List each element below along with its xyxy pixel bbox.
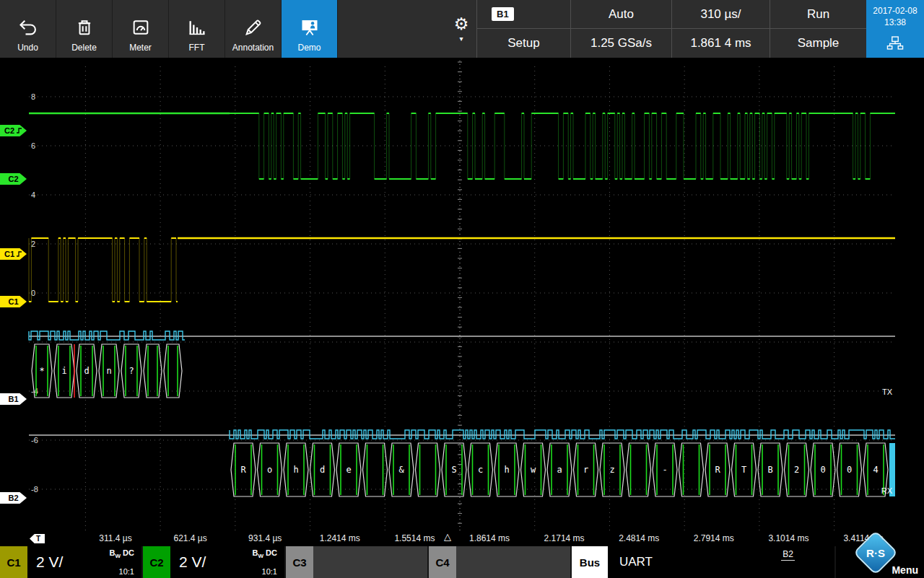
trigger-position-flag[interactable]: T (30, 534, 45, 543)
bus-b1-cell[interactable]: B1 (476, 0, 570, 29)
svg-text:T: T (741, 465, 746, 475)
c2-label: C2 (143, 546, 170, 578)
trigger-flag-label: T (36, 535, 40, 543)
c4-label: C4 (429, 546, 456, 578)
svg-text:*: * (39, 366, 44, 376)
fft-button[interactable]: FFT (169, 0, 225, 58)
svg-text:B: B (767, 465, 772, 475)
svg-text:-6: -6 (31, 436, 38, 445)
fft-label: FFT (189, 43, 205, 53)
svg-text:e: e (346, 465, 351, 475)
meter-icon (131, 14, 151, 40)
c2-scale: 2 V/ (179, 553, 206, 571)
undo-label: Undo (17, 43, 38, 53)
svg-text:1.8614 ms: 1.8614 ms (469, 533, 510, 543)
svg-text:i: i (61, 366, 66, 376)
date-label: 2017-02-08 (873, 6, 917, 16)
demo-label: Demo (297, 43, 321, 53)
bus-b2-badge: B2 (781, 549, 795, 561)
svg-text:n: n (106, 366, 111, 376)
channel-marker-c2[interactable]: C2 (0, 173, 27, 185)
svg-text:3.1014 ms: 3.1014 ms (768, 533, 808, 543)
c1-label: C1 (0, 546, 27, 578)
channel-marker-b1[interactable]: B1 (0, 393, 27, 405)
record-time-cell[interactable]: 1.861 4 ms (671, 29, 770, 58)
menu-button[interactable]: R·S Menu (836, 546, 924, 578)
trigger-mode-cell[interactable]: Auto (570, 0, 671, 29)
setup-cell[interactable]: Setup (476, 29, 570, 58)
svg-text:621.4 µs: 621.4 µs (173, 533, 206, 543)
channel-marker-c1[interactable]: C1 (0, 296, 27, 307)
bus-status[interactable]: Bus UART B2 (572, 546, 836, 578)
channel-marker-c1[interactable]: C1 (0, 248, 27, 260)
svg-text:S: S (451, 465, 456, 475)
sample-rate-cell[interactable]: 1.25 GSa/s (570, 29, 671, 58)
svg-text:R: R (715, 465, 720, 475)
svg-text:0: 0 (820, 465, 825, 475)
settings-button[interactable]: ⚙ ▾ (446, 0, 476, 58)
c3-info (313, 546, 427, 578)
undo-button[interactable]: Undo (0, 0, 56, 58)
timebase-cell[interactable]: 310 µs/ (671, 0, 770, 29)
svg-text:-: - (662, 465, 667, 475)
trigger-time-marker-icon: △ (444, 531, 451, 542)
graticule-overlay: T △ C2C2C1C1B1B2 (0, 0, 924, 578)
svg-text:-4: -4 (31, 387, 38, 395)
svg-text:R: R (240, 465, 246, 475)
bus-type: UART (619, 555, 653, 569)
datetime-panel[interactable]: 2017-02-08 13:38 (866, 0, 924, 58)
c3-label: C3 (286, 546, 313, 578)
fft-spectrum-icon (187, 14, 207, 40)
trigger-slope-icon (16, 127, 22, 134)
svg-text:311.4 µs: 311.4 µs (99, 533, 131, 543)
meter-button[interactable]: Meter (113, 0, 169, 58)
svg-text:-8: -8 (31, 485, 38, 494)
c1-probe-ratio: 10:1 (119, 567, 134, 576)
channel-c3-status[interactable]: C3 (286, 546, 429, 578)
toolbar-spacer (338, 0, 446, 58)
svg-text:h: h (504, 465, 509, 475)
bus-label: Bus (572, 546, 608, 578)
svg-text:2.7914 ms: 2.7914 ms (694, 533, 734, 543)
svg-text:2.4814 ms: 2.4814 ms (619, 533, 659, 543)
svg-text:0: 0 (847, 465, 852, 475)
status-grid: B1 Auto 310 µs/ Run Setup 1.25 GSa/s 1.8… (476, 0, 866, 58)
demo-button[interactable]: Demo (282, 0, 338, 58)
svg-text:2: 2 (31, 240, 35, 248)
time-label: 13:38 (884, 17, 906, 27)
bus-info: UART B2 (608, 546, 834, 578)
menu-label: Menu (892, 564, 918, 576)
waveform-display: 86420-4-6-8311.4 µs621.4 µs931.4 µs1.241… (0, 0, 924, 578)
c2-bandwidth-coupling: BW DC (253, 548, 277, 559)
channel-marker-c2[interactable]: C2 (0, 125, 27, 136)
annotation-label: Annotation (232, 43, 274, 53)
delete-button[interactable]: Delete (56, 0, 113, 58)
svg-text:d: d (84, 366, 89, 376)
network-icon (886, 36, 904, 50)
run-state-cell[interactable]: Run (770, 0, 866, 29)
channel-c2-status[interactable]: C2 2 V/ BW DC 10:1 (143, 546, 286, 578)
demo-presentation-icon (299, 14, 321, 40)
meter-label: Meter (129, 43, 152, 53)
undo-icon (18, 14, 38, 40)
channel-c1-status[interactable]: C1 2 V/ BW DC 10:1 (0, 546, 143, 578)
toolbar: Undo Delete Meter (0, 0, 476, 58)
c4-info (456, 546, 570, 578)
svg-text:6: 6 (31, 141, 35, 150)
svg-text:0: 0 (31, 289, 35, 297)
svg-text:&: & (398, 465, 404, 475)
c2-info: 2 V/ BW DC 10:1 (170, 546, 284, 578)
svg-text:h: h (293, 465, 298, 475)
c1-info: 2 V/ BW DC 10:1 (27, 546, 141, 578)
channel-c4-status[interactable]: C4 (429, 546, 572, 578)
acquisition-cell[interactable]: Sample (770, 29, 866, 58)
delete-label: Delete (71, 43, 97, 53)
channel-marker-b2[interactable]: B2 (0, 492, 27, 504)
c1-bandwidth-coupling: BW DC (110, 548, 134, 559)
svg-text:d: d (320, 465, 325, 475)
svg-text:2.1714 ms: 2.1714 ms (544, 533, 585, 543)
bottom-bar: C1 2 V/ BW DC 10:1 C2 2 V/ BW DC 10:1 C3… (0, 546, 924, 578)
annotation-button[interactable]: Annotation (225, 0, 282, 58)
top-bar: Undo Delete Meter (0, 0, 924, 58)
svg-text:a: a (557, 465, 562, 475)
